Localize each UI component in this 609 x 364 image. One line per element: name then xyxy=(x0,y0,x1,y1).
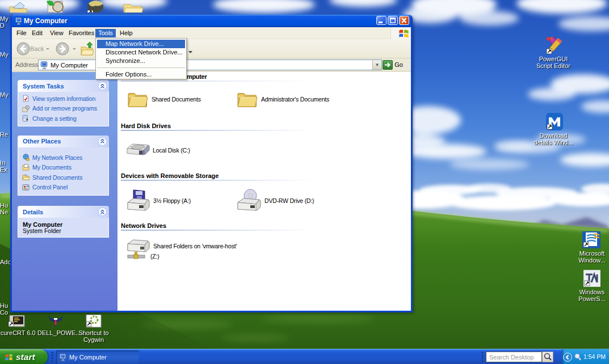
svg-text:Back: Back xyxy=(30,45,44,52)
